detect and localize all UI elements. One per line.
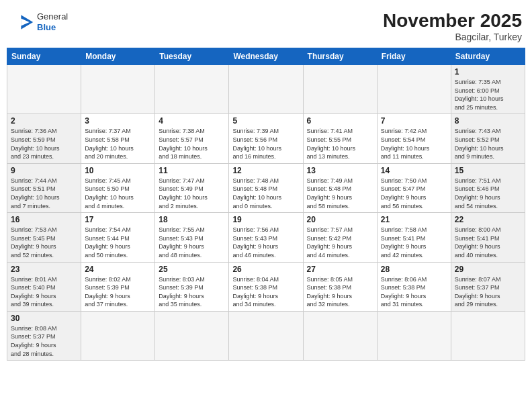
day-number: 20: [307, 215, 373, 224]
day-number: 24: [85, 265, 151, 274]
day-number: 2: [11, 116, 77, 126]
day-info: Sunrise: 8:02 AM Sunset: 5:39 PM Dayligh…: [85, 275, 151, 309]
calendar-cell-4-7: 22Sunrise: 8:00 AM Sunset: 5:41 PM Dayli…: [451, 213, 525, 262]
day-info: Sunrise: 7:41 AM Sunset: 5:55 PM Dayligh…: [307, 127, 373, 161]
week-row-2: 2Sunrise: 7:36 AM Sunset: 5:59 PM Daylig…: [7, 114, 525, 163]
day-number: 18: [159, 215, 225, 224]
day-number: 29: [455, 265, 521, 274]
month-title: November 2025: [383, 10, 522, 32]
calendar-cell-3-3: 11Sunrise: 7:47 AM Sunset: 5:49 PM Dayli…: [155, 163, 229, 212]
calendar-cell-4-6: 21Sunrise: 7:58 AM Sunset: 5:41 PM Dayli…: [377, 213, 451, 262]
calendar-cell-2-6: 7Sunrise: 7:42 AM Sunset: 5:54 PM Daylig…: [377, 114, 451, 163]
calendar-cell-1-4: [229, 65, 303, 114]
week-row-6: 30Sunrise: 8:08 AM Sunset: 5:37 PM Dayli…: [7, 311, 525, 360]
day-number: 17: [85, 215, 151, 224]
day-info: Sunrise: 7:57 AM Sunset: 5:42 PM Dayligh…: [307, 226, 373, 259]
day-number: 19: [232, 215, 299, 224]
day-number: 30: [11, 314, 77, 323]
day-info: Sunrise: 8:05 AM Sunset: 5:38 PM Dayligh…: [307, 275, 373, 309]
logo-blue-label: Blue: [37, 22, 68, 33]
calendar-cell-2-3: 4Sunrise: 7:38 AM Sunset: 5:57 PM Daylig…: [155, 114, 229, 163]
calendar-cell-6-1: 30Sunrise: 8:08 AM Sunset: 5:37 PM Dayli…: [7, 311, 81, 360]
title-area: November 2025 Bagcilar, Turkey: [383, 10, 522, 42]
day-info: Sunrise: 8:01 AM Sunset: 5:40 PM Dayligh…: [11, 275, 77, 309]
calendar-header-friday: Friday: [377, 48, 451, 65]
calendar-cell-5-1: 23Sunrise: 8:01 AM Sunset: 5:40 PM Dayli…: [7, 262, 81, 311]
week-row-5: 23Sunrise: 8:01 AM Sunset: 5:40 PM Dayli…: [7, 262, 525, 311]
location: Bagcilar, Turkey: [383, 32, 522, 42]
calendar-cell-5-3: 25Sunrise: 8:03 AM Sunset: 5:39 PM Dayli…: [155, 262, 229, 311]
calendar-cell-4-4: 19Sunrise: 7:56 AM Sunset: 5:43 PM Dayli…: [229, 213, 303, 262]
day-info: Sunrise: 8:08 AM Sunset: 5:37 PM Dayligh…: [11, 324, 77, 358]
calendar-cell-2-4: 5Sunrise: 7:39 AM Sunset: 5:56 PM Daylig…: [229, 114, 303, 163]
day-info: Sunrise: 8:06 AM Sunset: 5:38 PM Dayligh…: [381, 275, 447, 309]
calendar-cell-5-2: 24Sunrise: 8:02 AM Sunset: 5:39 PM Dayli…: [81, 262, 155, 311]
calendar-header-sunday: Sunday: [7, 48, 81, 65]
day-number: 12: [232, 166, 299, 175]
calendar-cell-6-3: [155, 311, 229, 360]
calendar-cell-1-3: [155, 65, 229, 114]
calendar-cell-1-6: [377, 65, 451, 114]
calendar-cell-2-2: 3Sunrise: 7:37 AM Sunset: 5:58 PM Daylig…: [81, 114, 155, 163]
day-info: Sunrise: 7:36 AM Sunset: 5:59 PM Dayligh…: [11, 127, 77, 161]
calendar-cell-4-2: 17Sunrise: 7:54 AM Sunset: 5:44 PM Dayli…: [81, 213, 155, 262]
day-number: 15: [455, 166, 521, 175]
day-info: Sunrise: 7:44 AM Sunset: 5:51 PM Dayligh…: [11, 177, 77, 210]
calendar-cell-3-7: 15Sunrise: 7:51 AM Sunset: 5:46 PM Dayli…: [451, 163, 525, 212]
calendar-cell-2-5: 6Sunrise: 7:41 AM Sunset: 5:55 PM Daylig…: [303, 114, 377, 163]
logo-icon: [10, 10, 34, 34]
day-number: 13: [307, 166, 373, 175]
calendar-header-thursday: Thursday: [303, 48, 377, 65]
day-number: 21: [381, 215, 447, 224]
day-number: 28: [381, 265, 447, 274]
calendar-cell-2-7: 8Sunrise: 7:43 AM Sunset: 5:52 PM Daylig…: [451, 114, 525, 163]
day-number: 4: [159, 116, 225, 126]
day-info: Sunrise: 7:48 AM Sunset: 5:48 PM Dayligh…: [232, 177, 299, 210]
day-number: 27: [307, 265, 373, 274]
calendar-cell-4-5: 20Sunrise: 7:57 AM Sunset: 5:42 PM Dayli…: [303, 213, 377, 262]
calendar-cell-4-3: 18Sunrise: 7:55 AM Sunset: 5:43 PM Dayli…: [155, 213, 229, 262]
calendar-header-tuesday: Tuesday: [155, 48, 229, 65]
day-info: Sunrise: 7:47 AM Sunset: 5:49 PM Dayligh…: [159, 177, 225, 210]
day-number: 5: [232, 116, 299, 126]
day-info: Sunrise: 7:53 AM Sunset: 5:45 PM Dayligh…: [11, 226, 77, 259]
calendar-cell-3-2: 10Sunrise: 7:45 AM Sunset: 5:50 PM Dayli…: [81, 163, 155, 212]
header-area: General Blue November 2025 Bagcilar, Tur…: [7, 7, 525, 42]
day-info: Sunrise: 7:38 AM Sunset: 5:57 PM Dayligh…: [159, 127, 225, 161]
day-info: Sunrise: 7:43 AM Sunset: 5:52 PM Dayligh…: [455, 127, 521, 161]
svg-rect-3: [10, 10, 21, 34]
day-number: 9: [11, 166, 77, 175]
day-number: 3: [85, 116, 151, 126]
calendar-cell-3-6: 14Sunrise: 7:50 AM Sunset: 5:47 PM Dayli…: [377, 163, 451, 212]
day-info: Sunrise: 7:55 AM Sunset: 5:43 PM Dayligh…: [159, 226, 225, 259]
day-info: Sunrise: 7:45 AM Sunset: 5:50 PM Dayligh…: [85, 177, 151, 210]
calendar-cell-6-7: [451, 311, 525, 360]
day-number: 8: [455, 116, 521, 126]
calendar-header-wednesday: Wednesday: [229, 48, 303, 65]
calendar-header-monday: Monday: [81, 48, 155, 65]
day-info: Sunrise: 7:50 AM Sunset: 5:47 PM Dayligh…: [381, 177, 447, 210]
day-number: 23: [11, 265, 77, 274]
day-number: 11: [159, 166, 225, 175]
day-info: Sunrise: 7:35 AM Sunset: 6:00 PM Dayligh…: [455, 78, 521, 111]
calendar-cell-5-5: 27Sunrise: 8:05 AM Sunset: 5:38 PM Dayli…: [303, 262, 377, 311]
calendar-cell-5-6: 28Sunrise: 8:06 AM Sunset: 5:38 PM Dayli…: [377, 262, 451, 311]
day-info: Sunrise: 7:49 AM Sunset: 5:48 PM Dayligh…: [307, 177, 373, 210]
calendar-cell-5-4: 26Sunrise: 8:04 AM Sunset: 5:38 PM Dayli…: [229, 262, 303, 311]
calendar-cell-6-5: [303, 311, 377, 360]
day-number: 25: [159, 265, 225, 274]
day-number: 6: [307, 116, 373, 126]
day-info: Sunrise: 7:51 AM Sunset: 5:46 PM Dayligh…: [455, 177, 521, 210]
day-info: Sunrise: 7:39 AM Sunset: 5:56 PM Dayligh…: [232, 127, 299, 161]
day-number: 14: [381, 166, 447, 175]
day-number: 7: [381, 116, 447, 126]
day-info: Sunrise: 7:58 AM Sunset: 5:41 PM Dayligh…: [381, 226, 447, 259]
calendar-cell-5-7: 29Sunrise: 8:07 AM Sunset: 5:37 PM Dayli…: [451, 262, 525, 311]
week-row-4: 16Sunrise: 7:53 AM Sunset: 5:45 PM Dayli…: [7, 213, 525, 262]
day-info: Sunrise: 8:04 AM Sunset: 5:38 PM Dayligh…: [232, 275, 299, 309]
day-info: Sunrise: 7:54 AM Sunset: 5:44 PM Dayligh…: [85, 226, 151, 259]
day-number: 1: [455, 67, 521, 77]
calendar-cell-1-1: [7, 65, 81, 114]
logo-general-label: General: [37, 11, 68, 22]
day-number: 10: [85, 166, 151, 175]
